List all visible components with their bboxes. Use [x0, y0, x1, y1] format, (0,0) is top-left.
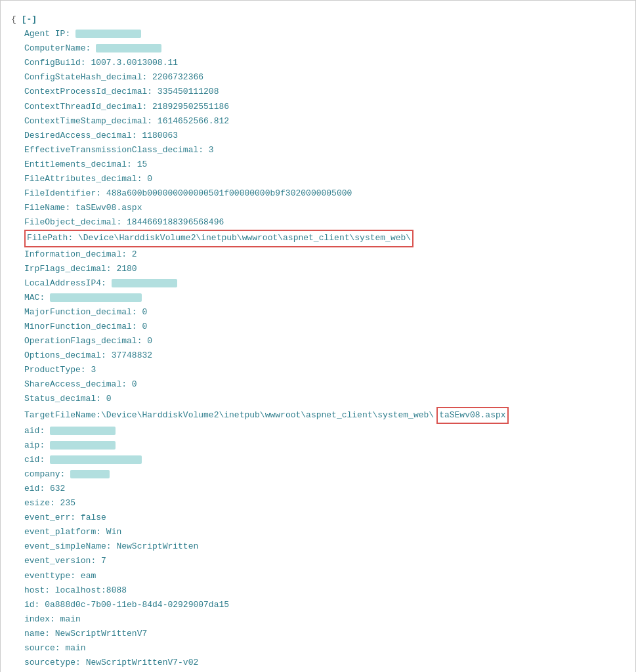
json-fields: Agent IP: ComputerName: ConfigBuild: 100… [11, 27, 625, 672]
open-brace: { [11, 14, 16, 24]
redacted-mac [50, 293, 142, 302]
redacted-computername [96, 44, 161, 52]
field-agent-ip: Agent IP: [24, 27, 625, 41]
json-header-line: { [-] [11, 12, 625, 27]
field-entitlements: Entitlements_decimal: 15 [24, 158, 625, 172]
redacted-cid [50, 455, 142, 464]
redacted-agent-ip [75, 30, 141, 38]
field-configbuild: ConfigBuild: 1007.3.0013008.11 [24, 56, 625, 70]
collapse-bracket[interactable]: [-] [22, 14, 37, 24]
field-operationflags: OperationFlags_decimal: 0 [24, 334, 625, 348]
field-id: id: 0a888d0c-7b00-11eb-84d4-02929007da15 [24, 598, 625, 612]
redacted-company [70, 470, 110, 478]
field-name: name: NewScriptWrittenV7 [24, 627, 625, 641]
field-event-version: event_version: 7 [24, 554, 625, 568]
field-esize: esize: 235 [24, 496, 625, 511]
field-fileidentifier: FileIdentifier: 488a600b000000000000501f… [24, 186, 625, 201]
field-event-platform: event_platform: Win [24, 525, 625, 539]
json-block: { [-] Agent IP: ComputerName: ConfigBuil… [1, 7, 635, 672]
field-targetfilename: TargetFileName: \Device\HarddiskVolume2\… [24, 407, 625, 424]
field-effectivetransmission: EffectiveTransmissionClass_decimal: 3 [24, 143, 625, 158]
filepath-highlight: FilePath: \Device\HarddiskVolume2\inetpu… [24, 230, 413, 247]
redacted-localip [112, 279, 177, 287]
field-company: company: [24, 467, 625, 482]
field-fileobject: FileObject_decimal: 1844669188396568496 [24, 215, 625, 230]
field-sourcetype: sourcetype: NewScriptWrittenV7-v02 [24, 656, 625, 670]
field-configstatehash: ConfigStateHash_decimal: 2206732366 [24, 70, 625, 85]
field-desiredaccess: DesiredAccess_decimal: 1180063 [24, 129, 625, 143]
field-aip: aip: [24, 438, 625, 453]
field-fileattributes: FileAttributes_decimal: 0 [24, 172, 625, 186]
redacted-aid [50, 427, 116, 435]
field-host: host: localhost:8088 [24, 583, 625, 598]
field-contexttimestamp: ContextTimeStamp_decimal: 1614652566.812 [24, 114, 625, 129]
field-filename: FileName: taSEwv08.aspx [24, 201, 625, 215]
field-filepath: FilePath: \Device\HarddiskVolume2\inetpu… [24, 230, 625, 247]
field-event-simplename: event_simpleName: NewScriptWritten [24, 539, 625, 554]
field-eid: eid: 632 [24, 482, 625, 496]
field-event-err: event_err: false [24, 511, 625, 525]
field-contextprocessid: ContextProcessId_decimal: 335450111208 [24, 85, 625, 99]
field-aid: aid: [24, 424, 625, 438]
field-index: index: main [24, 612, 625, 627]
field-status: Status_decimal: 0 [24, 392, 625, 406]
field-mac: MAC: [24, 291, 625, 305]
field-information: Information_decimal: 2 [24, 247, 625, 262]
field-majorfunction: MajorFunction_decimal: 0 [24, 305, 625, 320]
targetfilename-highlight-tag: taSEwv08.aspx [436, 407, 508, 424]
field-computername: ComputerName: [24, 41, 625, 56]
field-source: source: main [24, 641, 625, 656]
field-cid: cid: [24, 453, 625, 467]
field-irpflags: IrpFlags_decimal: 2180 [24, 262, 625, 276]
field-eventtype: eventtype: eam [24, 569, 625, 583]
field-options: Options_decimal: 37748832 [24, 348, 625, 363]
field-producttype: ProductType: 3 [24, 363, 625, 377]
field-contextthreadid: ContextThreadId_decimal: 218929502551186 [24, 100, 625, 114]
field-shareaccess: ShareAccess_decimal: 0 [24, 377, 625, 392]
redacted-aip [50, 441, 116, 450]
field-localaddressip4: LocalAddressIP4: [24, 276, 625, 291]
main-container: { [-] Agent IP: ComputerName: ConfigBuil… [0, 0, 636, 672]
field-minorfunction: MinorFunction_decimal: 0 [24, 320, 625, 334]
